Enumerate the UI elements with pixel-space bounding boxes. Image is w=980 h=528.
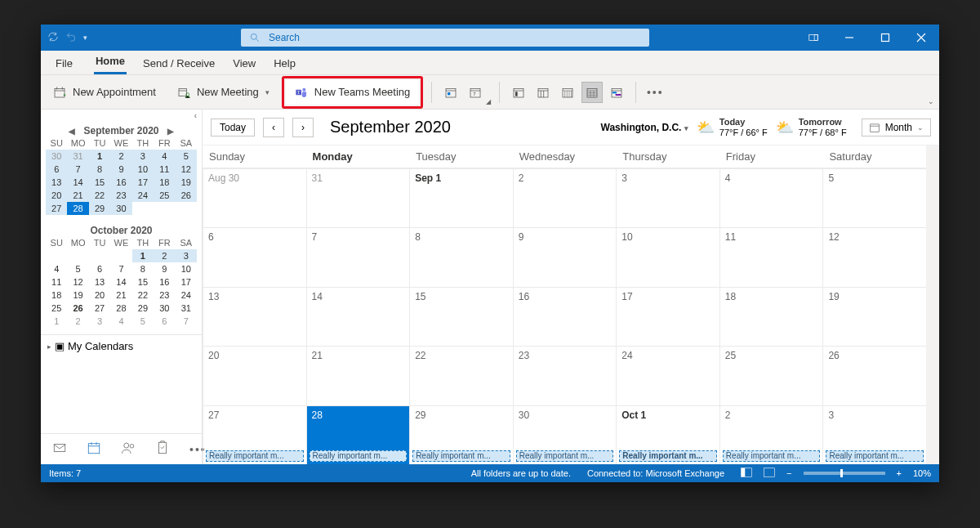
close-button[interactable] [903, 25, 939, 51]
minical-day[interactable]: 22 [132, 289, 154, 302]
minical-day[interactable]: 24 [132, 189, 154, 202]
minical-day[interactable]: 1 [89, 150, 110, 163]
minical-day[interactable]: 6 [89, 262, 110, 275]
minical-day[interactable]: 18 [46, 289, 67, 302]
minical-day[interactable] [176, 202, 197, 215]
new-teams-meeting-button[interactable]: T New Teams Meeting [286, 80, 420, 105]
calendar-cell[interactable]: 3 [616, 168, 719, 227]
minical-day[interactable]: 5 [176, 150, 197, 163]
minical-day[interactable]: 10 [132, 163, 154, 176]
calendar-cell[interactable]: 19 [822, 287, 926, 346]
calendar-cell[interactable]: 10 [616, 227, 719, 286]
calendar-cell[interactable]: 9 [513, 227, 617, 286]
calendar-cell[interactable]: 5 [822, 168, 926, 227]
minical-day[interactable]: 5 [132, 315, 154, 328]
minical-day[interactable]: 24 [176, 289, 197, 302]
minical-day[interactable]: 23 [110, 189, 131, 202]
tab-send-receive[interactable]: Send / Receive [141, 54, 216, 74]
minical-day[interactable]: 1 [46, 315, 67, 328]
today-button[interactable]: Today [211, 119, 255, 136]
next-period-button[interactable]: › [292, 118, 314, 137]
minical-day[interactable]: 22 [89, 189, 110, 202]
minical-day[interactable]: 29 [89, 202, 110, 215]
coming-soon-icon[interactable] [795, 25, 831, 51]
minical-day[interactable]: 12 [176, 163, 197, 176]
minical-day[interactable]: 28 [67, 202, 88, 215]
minical-day[interactable] [132, 202, 154, 215]
minical-day[interactable]: 3 [176, 249, 197, 262]
calendar-cell[interactable]: 6 [203, 227, 306, 286]
minical-day[interactable]: 21 [67, 189, 88, 202]
minical-day[interactable]: 16 [154, 275, 175, 289]
minical-day[interactable]: 4 [154, 150, 175, 163]
calendar-cell[interactable]: 20 [203, 346, 306, 405]
minical-day[interactable]: 4 [46, 262, 67, 275]
minical-day[interactable] [154, 202, 175, 215]
minical-day[interactable]: 20 [46, 189, 67, 202]
view-reading-icon[interactable] [764, 468, 775, 479]
new-meeting-button[interactable]: New Meeting ▾ [168, 80, 278, 105]
minical-day[interactable] [110, 249, 131, 262]
day-view-button[interactable] [508, 82, 529, 103]
calendar-cell[interactable]: 16 [513, 287, 617, 346]
minical-day[interactable]: 17 [132, 176, 154, 189]
calendar-cell[interactable]: 4 [719, 168, 823, 227]
calendar-cell[interactable]: 13 [203, 287, 306, 346]
new-appointment-button[interactable]: New Appointment [44, 80, 165, 105]
tab-file[interactable]: File [49, 54, 79, 74]
minical-day[interactable]: 28 [110, 302, 131, 315]
minical-day[interactable] [67, 249, 88, 262]
calendar-cell[interactable]: 22 [409, 346, 513, 405]
calendar-cell[interactable]: 31 [306, 168, 410, 227]
minical-day[interactable]: 10 [176, 262, 197, 275]
calendar-cell[interactable]: Oct 1Really important m... [616, 405, 719, 464]
minimize-button[interactable] [831, 25, 867, 51]
view-normal-icon[interactable] [741, 468, 752, 479]
calendar-event[interactable]: Really important m... [206, 450, 304, 462]
calendar-cell[interactable]: 18 [719, 287, 823, 346]
calendar-cell[interactable]: 30Really important m... [513, 405, 617, 464]
minical-day[interactable]: 7 [176, 315, 197, 328]
calendar-cell[interactable]: 15 [409, 287, 513, 346]
dialog-launcher-icon[interactable]: ◢ [486, 98, 491, 105]
tab-view[interactable]: View [231, 54, 257, 74]
minical-day[interactable]: 27 [46, 202, 67, 215]
minical-day[interactable]: 23 [154, 289, 175, 302]
view-selector[interactable]: Month⌄ [862, 119, 931, 136]
minical-day[interactable]: 25 [46, 302, 67, 315]
minical-day[interactable]: 4 [110, 315, 131, 328]
minical-day[interactable]: 25 [154, 189, 175, 202]
more-commands-button[interactable]: ••• [644, 82, 666, 103]
weather-location[interactable]: Washington, D.C. ▾ [601, 122, 688, 133]
workweek-view-button[interactable] [532, 82, 554, 103]
minical-day[interactable]: 15 [132, 275, 154, 289]
minical-day[interactable]: 30 [110, 202, 131, 215]
minical-day[interactable]: 1 [132, 249, 154, 262]
minical-day[interactable]: 8 [132, 262, 154, 275]
minical-day[interactable]: 18 [154, 176, 175, 189]
minical-day[interactable]: 13 [89, 275, 110, 289]
minical-day[interactable]: 6 [154, 315, 175, 328]
zoom-in-icon[interactable]: + [897, 468, 902, 478]
calendar-event[interactable]: Really important m... [516, 450, 614, 462]
calendar-cell[interactable]: 7 [306, 227, 410, 286]
calendar-cell[interactable]: 2Really important m... [719, 405, 823, 464]
minical-day[interactable]: 30 [154, 302, 175, 315]
calendar-cell[interactable]: 27Really important m... [203, 405, 306, 464]
minical-day[interactable]: 3 [89, 315, 110, 328]
calendar-cell[interactable]: 28Really important m... [306, 405, 410, 464]
minical-day[interactable]: 5 [67, 262, 88, 275]
zoom-out-icon[interactable]: − [786, 468, 791, 478]
minical-day[interactable]: 30 [46, 150, 67, 163]
undo-icon[interactable] [65, 31, 77, 45]
minical-day[interactable]: 26 [176, 189, 197, 202]
qat-customize-icon[interactable]: ▾ [83, 34, 87, 42]
minical-day[interactable]: 6 [46, 163, 67, 176]
minical-day[interactable]: 13 [46, 176, 67, 189]
collapse-ribbon-icon[interactable]: ⌄ [928, 97, 934, 105]
next7days-button[interactable]: 7 [465, 82, 486, 103]
minical-day[interactable]: 7 [110, 262, 131, 275]
minical-day[interactable]: 9 [154, 262, 175, 275]
tab-home[interactable]: Home [94, 51, 127, 74]
minical-day[interactable]: 26 [67, 302, 88, 315]
